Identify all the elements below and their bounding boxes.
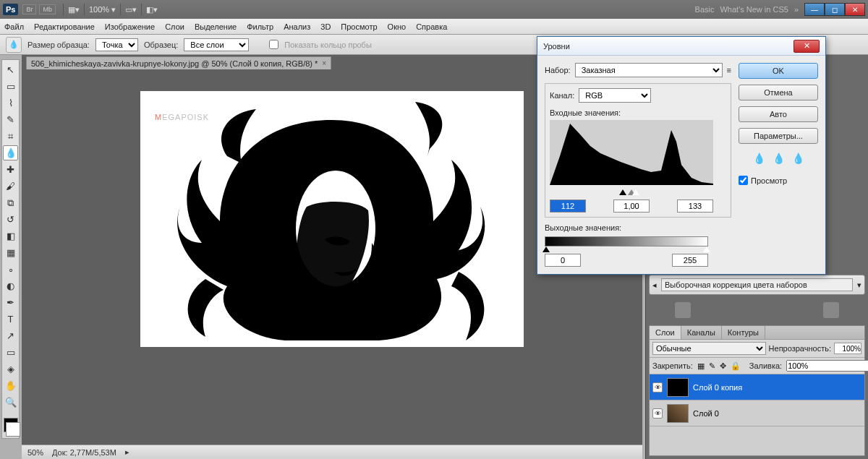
menu-window[interactable]: Окно <box>388 22 407 31</box>
type-tool-icon[interactable]: T <box>3 312 18 327</box>
workspace-whatsnew[interactable]: What's New in CS5 <box>720 5 788 14</box>
tab-paths[interactable]: Контуры <box>722 326 765 339</box>
lock-pixels-icon[interactable]: ✎ <box>709 361 715 371</box>
eraser-tool-icon[interactable]: ◧ <box>3 228 18 244</box>
lock-all-icon[interactable]: 🔒 <box>731 361 741 371</box>
menu-filter[interactable]: Фильтр <box>247 22 273 31</box>
menu-layer[interactable]: Слои <box>165 22 184 31</box>
move-tool-icon[interactable]: ↖ <box>3 62 18 77</box>
gradient-tool-icon[interactable]: ▦ <box>3 245 18 260</box>
pen-tool-icon[interactable]: ✒ <box>3 295 18 310</box>
menu-edit[interactable]: Редактирование <box>34 22 95 31</box>
show-ring-checkbox[interactable] <box>269 40 278 49</box>
blend-mode-select[interactable]: Обычные <box>652 342 766 355</box>
options-button[interactable]: Параметры... <box>739 128 818 144</box>
screen-mode-icon[interactable]: ▦▾ <box>68 5 80 14</box>
workspace-basic[interactable]: Basic <box>695 5 715 14</box>
healing-tool-icon[interactable]: ✚ <box>3 162 18 177</box>
window-close-button[interactable]: ✕ <box>845 3 865 16</box>
lock-transparent-icon[interactable]: ▦ <box>697 361 705 371</box>
zoom-level[interactable]: 100% <box>89 5 109 14</box>
opacity-input[interactable] <box>834 343 861 354</box>
input-sliders[interactable] <box>550 188 713 195</box>
menu-image[interactable]: Изображение <box>105 22 155 31</box>
layer-name[interactable]: Слой 0 копия <box>693 383 742 392</box>
path-tool-icon[interactable]: ↗ <box>3 328 18 343</box>
background-swatch[interactable] <box>6 422 20 437</box>
shape-tool-icon[interactable]: ▭ <box>3 345 18 360</box>
black-point-slider[interactable] <box>619 189 626 195</box>
adj-back-icon[interactable]: ◂ <box>652 280 657 290</box>
menu-view[interactable]: Просмотр <box>341 22 377 31</box>
lasso-tool-icon[interactable]: ⌇ <box>3 95 18 111</box>
auto-button[interactable]: Авто <box>739 106 818 122</box>
white-point-slider[interactable] <box>632 189 639 195</box>
adj-preset-dropdown[interactable]: Выборочная коррекция цвета наборов <box>661 278 853 291</box>
menu-help[interactable]: Справка <box>416 22 447 31</box>
history-brush-tool-icon[interactable]: ↺ <box>3 212 18 227</box>
tab-layers[interactable]: Слои <box>650 326 681 339</box>
output-black-input[interactable] <box>545 254 581 267</box>
black-eyedropper-icon[interactable]: 💧 <box>753 153 765 164</box>
extras-icon[interactable]: ◧▾ <box>146 5 158 14</box>
gray-eyedropper-icon[interactable]: 💧 <box>773 153 785 164</box>
preset-menu-icon[interactable]: ≡ <box>727 66 731 74</box>
white-eyedropper-icon[interactable]: 💧 <box>792 153 804 164</box>
output-gradient[interactable] <box>545 236 708 246</box>
layer-thumbnail[interactable] <box>667 378 689 397</box>
adj-mask-icon[interactable] <box>823 302 839 318</box>
adj-dd-arrow-icon[interactable]: ▾ <box>857 280 861 290</box>
tab-channels[interactable]: Каналы <box>681 326 722 339</box>
close-tab-icon[interactable]: × <box>322 59 326 67</box>
histogram[interactable] <box>550 120 713 185</box>
channel-select[interactable]: RGB <box>579 88 651 103</box>
output-white-slider[interactable] <box>703 246 710 252</box>
layer-row[interactable]: 👁 Слой 0 копия <box>650 374 864 400</box>
preview-checkbox[interactable] <box>739 176 748 185</box>
visibility-icon[interactable]: 👁 <box>652 382 663 392</box>
canvas[interactable]: MEGAPOISK <box>140 91 524 347</box>
stamp-tool-icon[interactable]: ⧉ <box>3 195 18 210</box>
layer-row[interactable]: 👁 Слой 0 <box>650 400 864 426</box>
window-minimize-button[interactable]: — <box>804 3 825 16</box>
white-input[interactable] <box>677 200 713 213</box>
quickselect-tool-icon[interactable]: ✎ <box>3 112 18 127</box>
gamma-input[interactable] <box>613 200 650 213</box>
fill-input[interactable] <box>786 360 868 372</box>
output-black-slider[interactable] <box>542 246 550 252</box>
output-white-input[interactable] <box>672 254 708 267</box>
lock-position-icon[interactable]: ✥ <box>720 361 726 371</box>
blur-tool-icon[interactable]: ∘ <box>3 262 18 277</box>
layer-name[interactable]: Слой 0 <box>693 409 719 418</box>
menu-3d[interactable]: 3D <box>320 22 331 31</box>
dialog-titlebar[interactable]: Уровни ✕ <box>537 37 825 56</box>
dodge-tool-icon[interactable]: ◐ <box>3 278 18 293</box>
menu-file[interactable]: Файл <box>4 22 24 31</box>
minibridge-icon[interactable]: Mb <box>39 4 56 14</box>
ok-button[interactable]: OK <box>739 63 818 79</box>
sample-layers-select[interactable]: Все слои <box>184 38 249 51</box>
visibility-icon[interactable]: 👁 <box>652 408 663 419</box>
window-maximize-button[interactable]: ◻ <box>825 3 845 16</box>
zoom-tool-icon[interactable]: 🔍 <box>3 395 18 410</box>
hand-tool-icon[interactable]: ✋ <box>3 378 18 393</box>
brush-tool-icon[interactable]: 🖌 <box>3 179 18 194</box>
bridge-icon[interactable]: Br <box>22 4 36 14</box>
menu-select[interactable]: Выделение <box>195 22 237 31</box>
dialog-close-button[interactable]: ✕ <box>793 40 820 53</box>
crop-tool-icon[interactable]: ⌗ <box>3 129 18 144</box>
layer-thumbnail[interactable] <box>667 404 689 423</box>
workspace-more-icon[interactable]: » <box>794 5 799 14</box>
adj-layer-icon[interactable] <box>675 302 691 318</box>
status-zoom[interactable]: 50% <box>27 448 43 457</box>
menu-analysis[interactable]: Анализ <box>284 22 310 31</box>
eyedropper-tool-icon[interactable]: 💧 <box>6 37 22 53</box>
preset-select[interactable]: Заказная <box>575 63 723 77</box>
3d-tool-icon[interactable]: ◈ <box>3 361 18 377</box>
eyedropper-tool-icon[interactable]: 💧 <box>3 145 18 160</box>
document-tab[interactable]: 506_khimicheskaya-zavivka-krupnye-lokony… <box>26 56 331 69</box>
sample-size-select[interactable]: Точка <box>95 38 138 51</box>
marquee-tool-icon[interactable]: ▭ <box>3 79 18 94</box>
arrange-icon[interactable]: ▭▾ <box>125 5 137 14</box>
cancel-button[interactable]: Отмена <box>739 85 818 100</box>
